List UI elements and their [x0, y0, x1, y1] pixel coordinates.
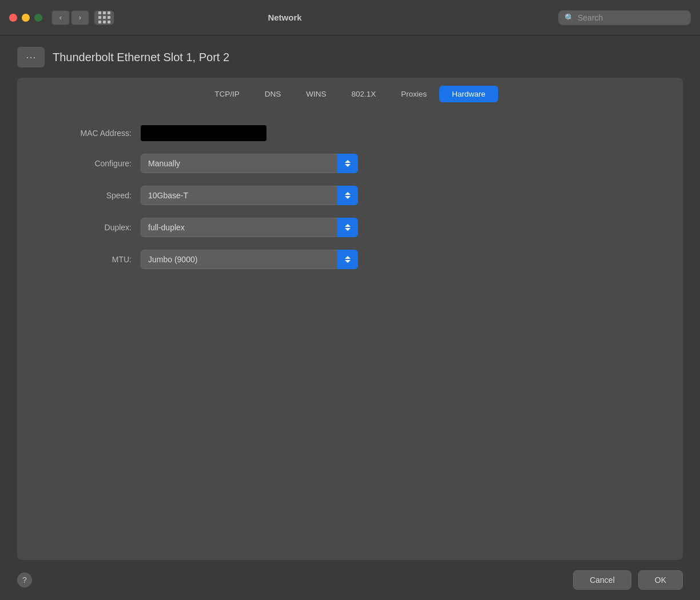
device-header: ⋯ Thunderbolt Ethernet Slot 1, Port 2	[17, 47, 683, 67]
duplex-select-wrapper: full-duplex half-duplex	[141, 218, 358, 237]
mtu-select[interactable]: Standard (1500) Jumbo (9000) Custom	[141, 250, 358, 269]
device-name: Thunderbolt Ethernet Slot 1, Port 2	[53, 51, 229, 64]
mtu-select-wrapper: Standard (1500) Jumbo (9000) Custom	[141, 250, 358, 269]
titlebar: ‹ › Network 🔍	[0, 0, 700, 35]
tab-tcpip[interactable]: TCP/IP	[202, 86, 252, 102]
configure-select-wrapper: Automatically Manually	[141, 154, 358, 173]
form-area: MAC Address: Configure: Automatically Ma…	[17, 102, 683, 560]
duplex-label: Duplex:	[51, 223, 132, 232]
main-content: ⋯ Thunderbolt Ethernet Slot 1, Port 2 TC…	[0, 35, 700, 560]
configure-select[interactable]: Automatically Manually	[141, 154, 358, 173]
help-button[interactable]: ?	[17, 573, 32, 587]
window-title: Network	[11, 13, 558, 22]
tab-proxies[interactable]: Proxies	[388, 86, 439, 102]
settings-panel: TCP/IP DNS WINS 802.1X Proxies Hardware …	[17, 78, 683, 560]
search-input[interactable]	[578, 13, 685, 22]
speed-label: Speed:	[51, 191, 132, 200]
device-icon: ⋯	[17, 47, 45, 67]
mac-address-value	[141, 125, 267, 141]
configure-row: Configure: Automatically Manually	[51, 154, 649, 173]
connection-icon: ⋯	[26, 51, 36, 63]
duplex-row: Duplex: full-duplex half-duplex	[51, 218, 649, 237]
speed-row: Speed: 10Gbase-T 1000baseT 100baseTX 10b…	[51, 186, 649, 205]
cancel-button[interactable]: Cancel	[573, 570, 631, 590]
tab-hardware[interactable]: Hardware	[439, 86, 498, 102]
speed-select-wrapper: 10Gbase-T 1000baseT 100baseTX 10baseT	[141, 186, 358, 205]
action-buttons: Cancel OK	[573, 570, 683, 590]
mtu-label: MTU:	[51, 255, 132, 264]
configure-label: Configure:	[51, 159, 132, 168]
search-icon: 🔍	[564, 13, 574, 22]
search-box[interactable]: 🔍	[558, 10, 691, 25]
tab-8021x[interactable]: 802.1X	[339, 86, 388, 102]
duplex-select[interactable]: full-duplex half-duplex	[141, 218, 358, 237]
ok-button[interactable]: OK	[638, 570, 683, 590]
mtu-row: MTU: Standard (1500) Jumbo (9000) Custom	[51, 250, 649, 269]
mac-address-label: MAC Address:	[51, 129, 132, 138]
tab-dns[interactable]: DNS	[252, 86, 294, 102]
speed-select[interactable]: 10Gbase-T 1000baseT 100baseTX 10baseT	[141, 186, 358, 205]
tab-bar: TCP/IP DNS WINS 802.1X Proxies Hardware	[17, 78, 683, 102]
maximize-button[interactable]	[34, 14, 42, 22]
mac-address-row: MAC Address:	[51, 125, 649, 141]
tab-wins[interactable]: WINS	[293, 86, 339, 102]
bottom-bar: ? Cancel OK	[0, 560, 700, 600]
